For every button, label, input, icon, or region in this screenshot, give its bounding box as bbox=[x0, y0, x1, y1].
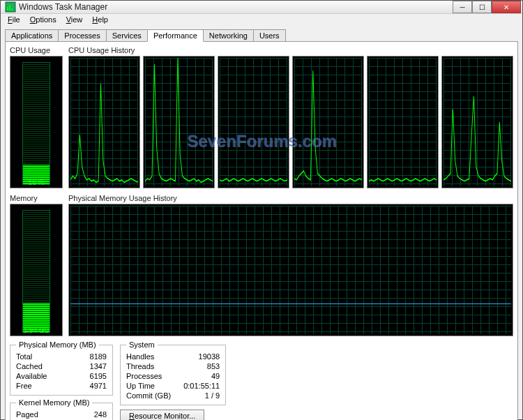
menubar: File Options View Help bbox=[1, 14, 522, 25]
maximize-button[interactable]: ☐ bbox=[472, 1, 492, 13]
svg-rect-1 bbox=[7, 7, 8, 10]
window-title: Windows Task Manager bbox=[19, 2, 453, 12]
performance-panel: SevenForums.com CPU Usage 16 % CPU Usage… bbox=[5, 41, 518, 420]
memory-label: Memory bbox=[10, 194, 63, 202]
minimize-button[interactable]: ─ bbox=[453, 1, 472, 13]
memory-row: Memory 1.94 GB Physical Memory Usage His… bbox=[10, 194, 513, 336]
menu-help[interactable]: Help bbox=[88, 14, 112, 25]
kernel-memory-group: Kernel Memory (MB) Paged248 Nonpaged65 bbox=[10, 398, 113, 420]
close-button[interactable]: ✕ bbox=[492, 1, 521, 13]
cpu-core-chart-1 bbox=[143, 56, 215, 188]
tab-networking[interactable]: Networking bbox=[203, 29, 254, 41]
cpu-core-chart-3 bbox=[292, 56, 364, 188]
cpu-row: CPU Usage 16 % CPU Usage History bbox=[10, 46, 513, 188]
resource-monitor-button[interactable]: Resource Monitor... bbox=[120, 410, 204, 420]
tab-performance[interactable]: Performance bbox=[147, 29, 204, 42]
app-icon bbox=[5, 1, 16, 13]
cpu-usage-label: CPU Usage bbox=[10, 46, 63, 54]
cpu-core-chart-0 bbox=[68, 56, 140, 188]
tab-processes[interactable]: Processes bbox=[58, 29, 106, 41]
cpu-history-charts bbox=[68, 56, 513, 188]
cpu-gauge: 16 % bbox=[10, 56, 63, 188]
cpu-core-chart-5 bbox=[441, 56, 513, 188]
svg-rect-2 bbox=[9, 5, 10, 10]
cpu-gauge-text: 16 % bbox=[10, 179, 62, 186]
menu-view[interactable]: View bbox=[62, 14, 87, 25]
physical-memory-group: Physical Memory (MB) Total8189 Cached134… bbox=[10, 340, 113, 396]
memory-gauge: 1.94 GB bbox=[10, 204, 63, 336]
menu-file[interactable]: File bbox=[3, 14, 24, 25]
window-buttons: ─ ☐ ✕ bbox=[453, 1, 521, 13]
task-manager-window: Windows Task Manager ─ ☐ ✕ File Options … bbox=[0, 0, 523, 420]
cpu-history-label: CPU Usage History bbox=[68, 46, 513, 54]
cpu-core-chart-2 bbox=[218, 56, 289, 188]
cpu-core-chart-4 bbox=[367, 56, 439, 188]
tab-services[interactable]: Services bbox=[106, 29, 148, 41]
tab-users[interactable]: Users bbox=[253, 29, 286, 41]
menu-options[interactable]: Options bbox=[26, 14, 61, 25]
mem-history-label: Physical Memory Usage History bbox=[68, 194, 513, 202]
tab-applications[interactable]: Applications bbox=[5, 29, 59, 41]
system-group: System Handles19038 Threads853 Processes… bbox=[120, 340, 226, 405]
memory-history-chart bbox=[68, 204, 513, 336]
tab-strip: Applications Processes Services Performa… bbox=[5, 29, 518, 41]
stats-area: Physical Memory (MB) Total8189 Cached134… bbox=[10, 340, 513, 420]
titlebar[interactable]: Windows Task Manager ─ ☐ ✕ bbox=[1, 1, 522, 14]
svg-rect-3 bbox=[11, 8, 13, 10]
memory-gauge-text: 1.94 GB bbox=[10, 327, 62, 334]
